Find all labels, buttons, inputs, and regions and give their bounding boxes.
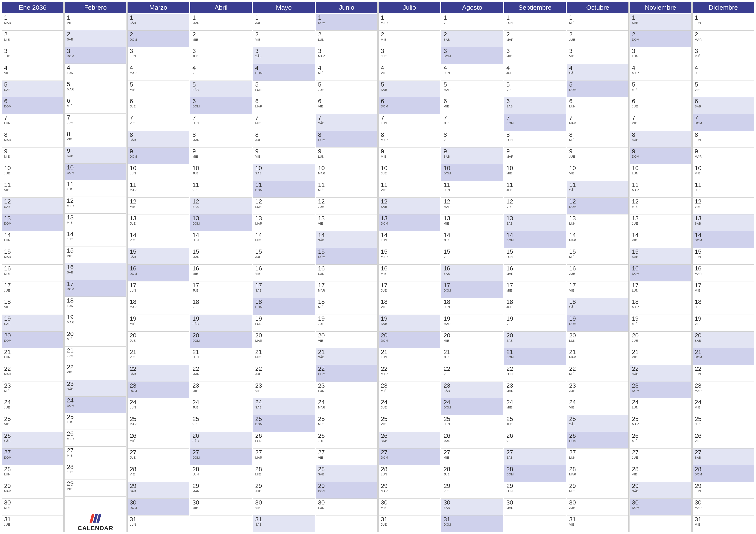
day-cell[interactable]: 8VIE	[441, 131, 503, 148]
day-cell[interactable]: 6DOM	[2, 97, 63, 114]
day-cell[interactable]: 21VIE	[630, 348, 691, 365]
day-cell[interactable]: 18LUN	[65, 297, 126, 313]
day-cell[interactable]: 8VIE	[65, 130, 126, 147]
day-cell[interactable]: 28MIÉ	[253, 465, 314, 482]
day-cell[interactable]: 8LUN	[693, 131, 754, 148]
day-cell[interactable]: 12VIE	[693, 198, 754, 215]
day-cell[interactable]: 1MAR	[2, 14, 63, 31]
day-cell[interactable]: 28JUE	[441, 465, 503, 482]
day-cell[interactable]: 4DOM	[253, 64, 314, 81]
day-cell[interactable]: 26SÁB	[190, 432, 252, 449]
day-cell[interactable]: 10JUE	[190, 164, 252, 181]
day-cell[interactable]: 27SÁB	[504, 448, 566, 465]
day-cell[interactable]: 29MIÉ	[567, 482, 629, 499]
day-cell[interactable]: 20LUN	[567, 332, 629, 348]
day-cell[interactable]: 27MIÉ	[441, 448, 503, 465]
day-cell[interactable]: 18JUE	[693, 298, 754, 315]
day-cell[interactable]: 1JUE	[253, 14, 314, 31]
day-cell[interactable]: 20MIÉ	[441, 332, 503, 348]
day-cell[interactable]: 2MAR	[693, 31, 754, 47]
day-cell[interactable]: 27JUE	[127, 448, 189, 465]
day-cell[interactable]: 3MAR	[316, 47, 377, 64]
day-cell[interactable]: 8MIÉ	[567, 131, 629, 148]
day-cell[interactable]: 28SÁB	[316, 465, 377, 482]
day-cell[interactable]: 25LUN	[65, 413, 126, 430]
day-cell[interactable]: 13MAR	[253, 215, 314, 231]
day-cell[interactable]: 22VIE	[65, 363, 126, 380]
day-cell[interactable]: 24DOM	[441, 398, 503, 415]
day-cell[interactable]: 17JUE	[190, 281, 252, 298]
day-cell[interactable]: 31LUN	[127, 516, 189, 532]
day-cell[interactable]: 19JUE	[316, 315, 377, 332]
day-cell[interactable]: 12MAR	[65, 197, 126, 214]
day-cell[interactable]: 23MAR	[504, 382, 566, 398]
day-cell[interactable]: 7MAR	[567, 114, 629, 131]
day-cell[interactable]: 9MAR	[693, 147, 754, 164]
day-cell[interactable]: 8LUN	[504, 131, 566, 148]
day-cell[interactable]: 25DOM	[253, 415, 314, 432]
day-cell[interactable]: 13JUE	[630, 215, 691, 231]
day-cell[interactable]: 7JUE	[441, 114, 503, 131]
day-cell[interactable]: 21LUN	[190, 348, 252, 365]
day-cell[interactable]: 28LUN	[379, 465, 440, 482]
day-cell[interactable]: 9DOM	[127, 147, 189, 164]
day-cell[interactable]: 19VIE	[693, 315, 754, 332]
day-cell[interactable]: 15MAR	[2, 248, 63, 265]
day-cell[interactable]: 14LUN	[190, 231, 252, 248]
day-cell[interactable]: 30DOM	[630, 499, 691, 516]
day-cell[interactable]: 16VIE	[253, 265, 314, 281]
day-cell[interactable]: 7MIÉ	[253, 114, 314, 131]
day-cell[interactable]: 1SÁB	[630, 14, 691, 31]
day-cell[interactable]: 21DOM	[693, 348, 754, 365]
day-cell[interactable]: 28LUN	[2, 465, 63, 482]
day-cell[interactable]: 24MIÉ	[693, 398, 754, 415]
day-cell[interactable]: 5MAR	[65, 80, 126, 97]
day-cell[interactable]: 21JUE	[65, 347, 126, 363]
day-cell[interactable]: 24SÁB	[253, 398, 314, 415]
day-cell[interactable]: 25VIE	[379, 415, 440, 432]
day-cell[interactable]: 23JUE	[567, 382, 629, 398]
day-cell[interactable]: 28MAR	[567, 465, 629, 482]
day-cell[interactable]: 20DOM	[190, 332, 252, 348]
day-cell[interactable]: 3DOM	[441, 47, 503, 64]
day-cell[interactable]: 12LUN	[253, 198, 314, 215]
day-cell[interactable]: 16MIÉ	[2, 265, 63, 281]
day-cell[interactable]: 10MIÉ	[693, 164, 754, 181]
day-cell[interactable]: 4LUN	[441, 64, 503, 81]
day-cell[interactable]: 17JUE	[379, 281, 440, 298]
day-cell[interactable]: 6JUE	[630, 97, 691, 114]
day-cell[interactable]: 27JUE	[630, 448, 691, 465]
day-cell[interactable]: 4JUE	[504, 64, 566, 81]
day-cell[interactable]: 14LUN	[379, 231, 440, 248]
day-cell[interactable]: 5MAR	[441, 81, 503, 97]
day-cell[interactable]: 23DOM	[127, 382, 189, 398]
day-cell[interactable]: 9MIÉ	[379, 147, 440, 164]
day-cell[interactable]: 1VIE	[441, 14, 503, 31]
day-cell[interactable]: 2LUN	[316, 31, 377, 47]
day-cell[interactable]: 20DOM	[2, 332, 63, 348]
day-cell[interactable]: 29SÁB	[630, 482, 691, 499]
day-cell[interactable]: 3MIÉ	[693, 47, 754, 64]
day-cell[interactable]: 28LUN	[190, 465, 252, 482]
day-cell[interactable]: 14MAR	[567, 231, 629, 248]
day-cell[interactable]: 26MAR	[65, 430, 126, 446]
day-cell[interactable]: 20SÁB	[693, 332, 754, 348]
day-cell[interactable]: 18MAR	[630, 298, 691, 315]
day-cell[interactable]: 7VIE	[630, 114, 691, 131]
day-cell[interactable]: 8MAR	[190, 131, 252, 148]
day-cell[interactable]: 15JUE	[253, 248, 314, 265]
day-cell[interactable]: 5VIE	[693, 81, 754, 97]
day-cell[interactable]: 12JUE	[316, 198, 377, 215]
day-cell[interactable]: 30DOM	[127, 499, 189, 516]
day-cell[interactable]: 16MIÉ	[379, 265, 440, 281]
day-cell[interactable]: 13VIE	[316, 215, 377, 231]
day-cell[interactable]: 2MIÉ	[190, 31, 252, 47]
day-cell[interactable]: 18MAR	[127, 298, 189, 315]
day-cell[interactable]: 5LUN	[253, 81, 314, 97]
day-cell[interactable]: 2MAR	[504, 31, 566, 47]
day-cell[interactable]: 24LUN	[630, 398, 691, 415]
day-cell[interactable]: 22LUN	[693, 365, 754, 382]
day-cell[interactable]: 29SÁB	[127, 482, 189, 499]
day-cell[interactable]: 9LUN	[316, 147, 377, 164]
day-cell[interactable]: 10JUE	[2, 164, 63, 181]
